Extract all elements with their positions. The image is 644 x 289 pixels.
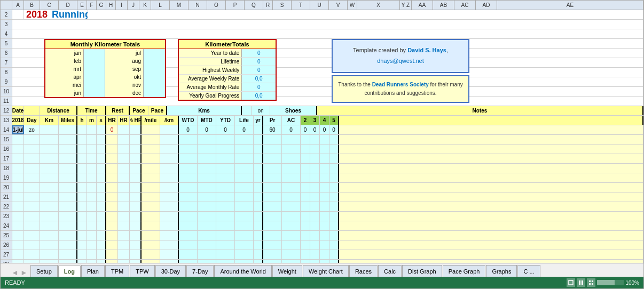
cell-miles-20[interactable] bbox=[59, 183, 77, 192]
cell-sh5-18[interactable] bbox=[329, 164, 339, 173]
cell-notes-17[interactable] bbox=[339, 154, 643, 163]
col-header-G[interactable]: G bbox=[97, 1, 106, 10]
cell-pr-25[interactable] bbox=[263, 231, 282, 240]
cell-pacekm-18[interactable] bbox=[160, 164, 179, 173]
cell-ytd-15[interactable] bbox=[216, 135, 235, 144]
cell-wtd-17[interactable] bbox=[179, 154, 198, 163]
cell-notes-25[interactable] bbox=[339, 231, 643, 240]
month-aug-val[interactable] bbox=[144, 57, 165, 65]
cell-ytd-24[interactable] bbox=[216, 221, 235, 230]
cell-pr-24[interactable] bbox=[263, 221, 282, 230]
cell-pacekm-15[interactable] bbox=[160, 135, 179, 144]
cell-notes-18[interactable] bbox=[339, 164, 643, 173]
cell-notes-23[interactable] bbox=[339, 212, 643, 221]
cell-sh2-19[interactable] bbox=[301, 173, 310, 182]
tab-races[interactable]: Races bbox=[349, 265, 378, 277]
cell-mtd-22[interactable] bbox=[198, 202, 216, 211]
tab-log[interactable]: Log bbox=[58, 266, 81, 277]
cell-life-28[interactable] bbox=[235, 260, 254, 263]
cell-pacemi-21[interactable] bbox=[142, 192, 160, 202]
cell-pacekm-19[interactable] bbox=[160, 173, 179, 182]
cell-h-25[interactable] bbox=[77, 231, 87, 240]
cell-mtd-16[interactable] bbox=[198, 144, 216, 154]
cell-mtd-25[interactable] bbox=[198, 231, 216, 240]
cell-miles-15[interactable] bbox=[59, 135, 77, 144]
cell-date-14[interactable]: 1-jul bbox=[12, 125, 24, 134]
cell-miles-17[interactable] bbox=[59, 154, 77, 163]
col-header-R[interactable]: R bbox=[263, 1, 273, 10]
cell-sh5-27[interactable] bbox=[329, 250, 339, 259]
cell-date-17[interactable] bbox=[12, 154, 24, 163]
cell-sh2-27[interactable] bbox=[301, 250, 310, 259]
cell-mtd-18[interactable] bbox=[198, 164, 216, 173]
tab-tpw[interactable]: TPW bbox=[130, 265, 154, 277]
cell-yr-15[interactable] bbox=[254, 135, 263, 144]
cell-m-16[interactable] bbox=[87, 144, 97, 154]
col-header-C[interactable]: C bbox=[40, 1, 59, 10]
tab-scroll-left[interactable]: ◄ bbox=[11, 268, 19, 277]
cell-m-28[interactable] bbox=[87, 260, 97, 263]
cell-pct-15[interactable] bbox=[130, 135, 142, 144]
cell-h-16[interactable] bbox=[77, 144, 87, 154]
cell-h-20[interactable] bbox=[77, 183, 87, 192]
cell-ac-20[interactable] bbox=[282, 183, 301, 192]
cell-sh3-19[interactable] bbox=[310, 173, 320, 182]
cell-pct-22[interactable] bbox=[130, 202, 142, 211]
cell-wtd-19[interactable] bbox=[179, 173, 198, 182]
cell-pct-20[interactable] bbox=[130, 183, 142, 192]
cell-sh4-22[interactable] bbox=[320, 202, 329, 211]
cell-ac-26[interactable] bbox=[282, 240, 301, 250]
col-header-AD[interactable]: AD bbox=[476, 1, 497, 10]
cell-ac-24[interactable] bbox=[282, 221, 301, 230]
cell-rest-hr-14[interactable]: 0 bbox=[106, 125, 118, 134]
cell-km-18[interactable] bbox=[40, 164, 59, 173]
cell-km-27[interactable] bbox=[40, 250, 59, 259]
page-layout-icon[interactable] bbox=[577, 278, 585, 287]
cell-life-24[interactable] bbox=[235, 221, 254, 230]
cell-yr-16[interactable] bbox=[254, 144, 263, 154]
cell-shoe5-14[interactable]: 0 bbox=[329, 125, 339, 134]
cell-sh3-18[interactable] bbox=[310, 164, 320, 173]
cell-date-22[interactable] bbox=[12, 202, 24, 211]
cell-life-21[interactable] bbox=[235, 192, 254, 202]
cell-hr2-21[interactable] bbox=[118, 192, 130, 202]
tab-7day[interactable]: 7-Day bbox=[186, 265, 214, 277]
cell-ac-27[interactable] bbox=[282, 250, 301, 259]
cell-resthr-23[interactable] bbox=[106, 212, 118, 221]
cell-sh5-22[interactable] bbox=[329, 202, 339, 211]
cell-life-19[interactable] bbox=[235, 173, 254, 182]
page-break-icon[interactable] bbox=[587, 278, 595, 287]
cell-day-23[interactable] bbox=[24, 212, 40, 221]
cell-yr-17[interactable] bbox=[254, 154, 263, 163]
cell-yr-23[interactable] bbox=[254, 212, 263, 221]
cell-pr-18[interactable] bbox=[263, 164, 282, 173]
cell-miles-26[interactable] bbox=[59, 240, 77, 250]
cell-life-14[interactable]: 0 bbox=[235, 125, 254, 134]
cell-resthr-18[interactable] bbox=[106, 164, 118, 173]
cell-ac-23[interactable] bbox=[282, 212, 301, 221]
cell-s-17[interactable] bbox=[97, 154, 106, 163]
cell-sh4-18[interactable] bbox=[320, 164, 329, 173]
cell-ac-21[interactable] bbox=[282, 192, 301, 202]
cell-yr-28[interactable] bbox=[254, 260, 263, 263]
cell-sh2-24[interactable] bbox=[301, 221, 310, 230]
cell-notes-28[interactable] bbox=[339, 260, 643, 263]
cell-ac-25[interactable] bbox=[282, 231, 301, 240]
cell-wtd-20[interactable] bbox=[179, 183, 198, 192]
cell-ytd-14[interactable]: 0 bbox=[216, 125, 235, 134]
cell-pr-21[interactable] bbox=[263, 192, 282, 202]
month-jan-val[interactable] bbox=[84, 49, 105, 57]
cell-hr2-22[interactable] bbox=[118, 202, 130, 211]
tab-calc[interactable]: Calc bbox=[378, 265, 402, 277]
cell-wtd-21[interactable] bbox=[179, 192, 198, 202]
cell-s-19[interactable] bbox=[97, 173, 106, 182]
tab-graphs[interactable]: Graphs bbox=[486, 265, 517, 277]
cell-life-26[interactable] bbox=[235, 240, 254, 250]
cell-resthr-28[interactable] bbox=[106, 260, 118, 263]
cell-date-18[interactable] bbox=[12, 164, 24, 173]
cell-m-20[interactable] bbox=[87, 183, 97, 192]
cell-shoe4-14[interactable]: 0 bbox=[320, 125, 329, 134]
cell-sh5-19[interactable] bbox=[329, 173, 339, 182]
cell-notes-21[interactable] bbox=[339, 192, 643, 202]
cell-day-14[interactable]: zo bbox=[24, 125, 40, 134]
